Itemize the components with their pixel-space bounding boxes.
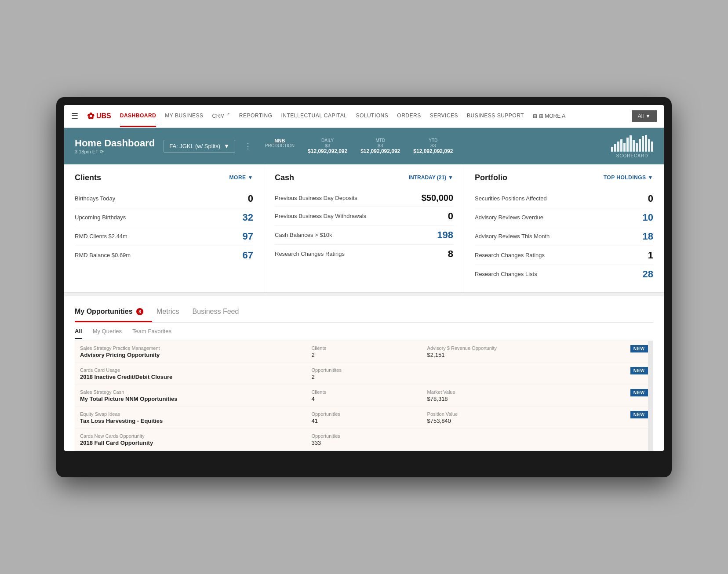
portfolio-widget-title: Portfolio: [475, 173, 507, 182]
fa-selector-label: FA: JGKL (w/ Splits): [169, 143, 220, 149]
opp-category: Cards Card Usage: [80, 367, 301, 373]
nav-all-button[interactable]: All ▼: [632, 110, 657, 122]
sub-tab-all[interactable]: All: [75, 328, 82, 339]
portfolio-row-3[interactable]: Advisory Reviews This Month 18: [475, 227, 653, 246]
opp-name: Advisory Pricing Opportunity: [80, 352, 301, 358]
daily-value: $3: [308, 143, 347, 148]
scorecard-chart: [611, 134, 653, 152]
opportunity-row[interactable]: Cards Card Usage 2018 Inactive Credit/De…: [75, 363, 653, 385]
opp-name: My Total Picture NNM Opportunities: [80, 396, 301, 402]
opp-badge-cell: NEW: [602, 407, 653, 429]
sub-tab-my-queries[interactable]: My Queries: [93, 328, 122, 339]
hamburger-icon[interactable]: ☰: [71, 111, 78, 121]
scorecard-block[interactable]: SCORECARD: [611, 134, 653, 158]
opp-col2-cell: Market Value $78,318: [422, 385, 602, 407]
opp-col1-cell: Clients 2: [306, 341, 422, 363]
cash-value-2: 0: [448, 211, 453, 222]
nav-link-intellectual[interactable]: INTELLECTUAL CAPITAL: [281, 105, 347, 127]
header-more-icon[interactable]: ⋮: [244, 141, 252, 151]
portfolio-row-5[interactable]: Research Changes Lists 28: [475, 265, 653, 283]
nav-link-business-support[interactable]: BUSINESS SUPPORT: [467, 105, 524, 127]
cash-value-1: $50,000: [422, 193, 453, 203]
nnb-label[interactable]: NNB: [265, 138, 295, 143]
opp-col1-cell: Opportunitites 2: [306, 363, 422, 385]
opp-col1-value: 2: [311, 352, 416, 358]
clients-more-button[interactable]: MORE ▼: [229, 174, 253, 181]
clients-label-2: Upcoming Birthdays: [75, 214, 126, 221]
cash-intraday-button[interactable]: INTRADAY (21) ▼: [409, 174, 453, 181]
opportunities-badge: 8: [136, 308, 143, 315]
daily-label: DAILY: [308, 138, 347, 143]
monitor-frame: ☰ ✿ UBS DASHBOARD MY BUSINESS CRM ↗ REPO…: [56, 97, 672, 477]
fa-selector[interactable]: FA: JGKL (w/ Splits) ▼: [164, 140, 235, 153]
new-badge: NEW: [630, 367, 648, 374]
portfolio-row-4[interactable]: Research Changes Ratings 1: [475, 246, 653, 265]
page-title: Home Dashboard: [75, 138, 155, 149]
cash-row-2[interactable]: Previous Business Day Withdrawals 0: [275, 207, 453, 226]
opportunity-row[interactable]: Equity Swap Ideas Tax Loss Harvesting - …: [75, 407, 653, 429]
nav-link-solutions[interactable]: SOLUTIONS: [356, 105, 388, 127]
opportunity-row[interactable]: Sales Strategy Practice Management Advis…: [75, 341, 653, 363]
mtd-amount: $12,092,092,092: [360, 148, 400, 154]
portfolio-label-5: Research Changes Lists: [475, 271, 537, 277]
header-band: Home Dashboard 3:18pm ET ⟳ FA: JGKL (w/ …: [64, 128, 664, 164]
tab-metrics-label: Metrics: [157, 308, 179, 315]
cash-row-4[interactable]: Research Changes Ratings 8: [275, 245, 453, 263]
opportunity-row[interactable]: Cards New Cards Opportunity 2018 Fall Ca…: [75, 429, 653, 450]
opportunity-row[interactable]: Sales Strategy Cash My Total Picture NNM…: [75, 385, 653, 407]
portfolio-widget: Portfolio TOP HOLDINGS ▼ Securities Posi…: [464, 164, 664, 292]
portfolio-top-holdings-chevron: ▼: [648, 174, 653, 181]
clients-row-1[interactable]: Birthdays Today 0: [75, 189, 253, 208]
tab-my-opportunities[interactable]: My Opportunities 8: [75, 303, 152, 322]
portfolio-value-3: 18: [643, 231, 653, 242]
cash-row-1[interactable]: Previous Business Day Deposits $50,000: [275, 189, 453, 207]
opp-col2-label: Advisory $ Revenue Opportunity: [427, 345, 597, 351]
clients-label-1: Birthdays Today: [75, 195, 115, 202]
clients-row-3[interactable]: RMD Clients $2.44m 97: [75, 227, 253, 246]
opp-strategy-cell: Cards Card Usage 2018 Inactive Credit/De…: [75, 363, 306, 385]
cash-value-3: 198: [437, 229, 453, 241]
scrollbar[interactable]: [648, 341, 653, 451]
ytd-stat: YTD $3 $12,092,092,092: [413, 138, 453, 154]
tab-metrics[interactable]: Metrics: [157, 303, 188, 322]
opp-col1-value: 333: [311, 440, 416, 446]
clients-value-2: 32: [243, 212, 253, 223]
nav-link-crm[interactable]: CRM ↗: [212, 105, 230, 127]
tab-business-feed[interactable]: Business Feed: [193, 303, 248, 322]
nav-link-dashboard[interactable]: DASHBOARD: [120, 105, 157, 127]
nav-link-services[interactable]: SERVICES: [430, 105, 458, 127]
cash-label-2: Previous Business Day Withdrawals: [275, 213, 366, 219]
clients-more-chevron: ▼: [248, 174, 253, 181]
opp-col2-cell: [422, 429, 602, 450]
ubs-logo-icon: ✿: [87, 111, 95, 121]
clients-row-2[interactable]: Upcoming Birthdays 32: [75, 208, 253, 227]
portfolio-widget-header: Portfolio TOP HOLDINGS ▼: [475, 173, 653, 182]
portfolio-label-4: Research Changes Ratings: [475, 252, 545, 258]
portfolio-top-holdings-button[interactable]: TOP HOLDINGS ▼: [604, 174, 653, 181]
nav-link-reporting[interactable]: REPORTING: [239, 105, 273, 127]
new-badge: NEW: [630, 389, 648, 396]
cash-widget-header: Cash INTRADAY (21) ▼: [275, 173, 453, 182]
nav-link-mybusiness[interactable]: MY BUSINESS: [165, 105, 203, 127]
portfolio-label-2: Advisory Reviews Overdue: [475, 214, 543, 221]
ubs-logo: ✿ UBS: [87, 111, 111, 121]
nav-link-orders[interactable]: ORDERS: [397, 105, 421, 127]
opp-category: Sales Strategy Practice Management: [80, 345, 301, 351]
production-label: PRODUCTION: [265, 143, 295, 148]
fa-selector-chevron: ▼: [224, 143, 229, 149]
opp-badge-cell: NEW: [602, 385, 653, 407]
cash-label-3: Cash Balances > $10k: [275, 232, 332, 238]
opp-category: Sales Strategy Cash: [80, 389, 301, 395]
sub-tab-my-queries-label: My Queries: [93, 328, 122, 334]
portfolio-top-holdings-label: TOP HOLDINGS: [604, 174, 646, 181]
clients-row-4[interactable]: RMD Balance $0.69m 67: [75, 246, 253, 265]
opp-col1-label: Opportunitites: [311, 367, 416, 373]
portfolio-row-2[interactable]: Advisory Reviews Overdue 10: [475, 208, 653, 227]
clients-widget-title: Clients: [75, 173, 101, 182]
bottom-section: My Opportunities 8 Metrics Business Feed…: [64, 296, 664, 451]
nav-more[interactable]: ⊞ ⊞ MORE A: [533, 113, 565, 119]
grid-icon: ⊞: [533, 113, 537, 119]
portfolio-row-1[interactable]: Securities Positions Affected 0: [475, 189, 653, 208]
sub-tab-team-favorites[interactable]: Team Favorites: [132, 328, 171, 339]
cash-row-3[interactable]: Cash Balances > $10k 198: [275, 226, 453, 245]
